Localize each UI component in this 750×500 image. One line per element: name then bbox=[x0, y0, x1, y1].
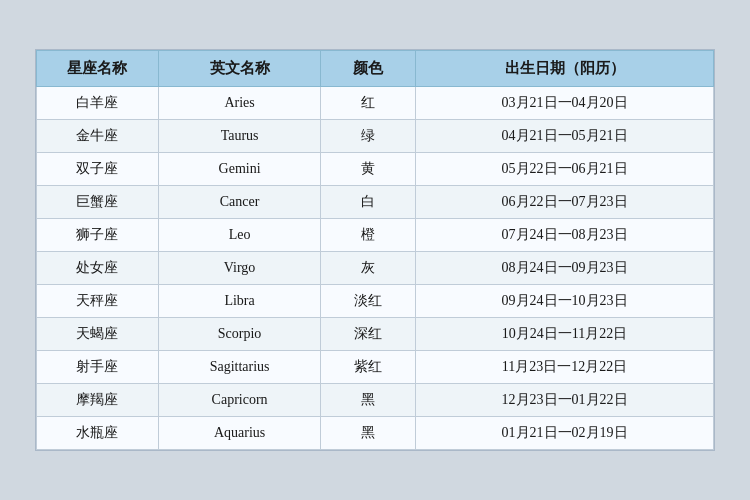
cell-english-6: Libra bbox=[158, 285, 320, 318]
header-english: 英文名称 bbox=[158, 51, 320, 87]
cell-date-1: 04月21日一05月21日 bbox=[416, 120, 714, 153]
cell-color-6: 淡红 bbox=[321, 285, 416, 318]
table-row: 射手座Sagittarius紫红11月23日一12月22日 bbox=[37, 351, 714, 384]
cell-color-1: 绿 bbox=[321, 120, 416, 153]
cell-english-5: Virgo bbox=[158, 252, 320, 285]
cell-date-7: 10月24日一11月22日 bbox=[416, 318, 714, 351]
cell-english-2: Gemini bbox=[158, 153, 320, 186]
cell-chinese-10: 水瓶座 bbox=[37, 417, 159, 450]
cell-color-8: 紫红 bbox=[321, 351, 416, 384]
cell-english-10: Aquarius bbox=[158, 417, 320, 450]
cell-date-5: 08月24日一09月23日 bbox=[416, 252, 714, 285]
cell-date-6: 09月24日一10月23日 bbox=[416, 285, 714, 318]
cell-date-8: 11月23日一12月22日 bbox=[416, 351, 714, 384]
cell-color-0: 红 bbox=[321, 87, 416, 120]
cell-chinese-8: 射手座 bbox=[37, 351, 159, 384]
cell-color-2: 黄 bbox=[321, 153, 416, 186]
cell-english-4: Leo bbox=[158, 219, 320, 252]
cell-english-8: Sagittarius bbox=[158, 351, 320, 384]
table-row: 狮子座Leo橙07月24日一08月23日 bbox=[37, 219, 714, 252]
cell-chinese-6: 天秤座 bbox=[37, 285, 159, 318]
cell-color-7: 深红 bbox=[321, 318, 416, 351]
cell-english-0: Aries bbox=[158, 87, 320, 120]
table-row: 金牛座Taurus绿04月21日一05月21日 bbox=[37, 120, 714, 153]
table-row: 摩羯座Capricorn黑12月23日一01月22日 bbox=[37, 384, 714, 417]
cell-color-3: 白 bbox=[321, 186, 416, 219]
cell-english-1: Taurus bbox=[158, 120, 320, 153]
table-row: 白羊座Aries红03月21日一04月20日 bbox=[37, 87, 714, 120]
cell-date-0: 03月21日一04月20日 bbox=[416, 87, 714, 120]
cell-chinese-5: 处女座 bbox=[37, 252, 159, 285]
cell-english-9: Capricorn bbox=[158, 384, 320, 417]
table-row: 水瓶座Aquarius黑01月21日一02月19日 bbox=[37, 417, 714, 450]
cell-chinese-1: 金牛座 bbox=[37, 120, 159, 153]
header-chinese: 星座名称 bbox=[37, 51, 159, 87]
table-row: 巨蟹座Cancer白06月22日一07月23日 bbox=[37, 186, 714, 219]
cell-chinese-4: 狮子座 bbox=[37, 219, 159, 252]
zodiac-table: 星座名称 英文名称 颜色 出生日期（阳历） 白羊座Aries红03月21日一04… bbox=[36, 50, 714, 450]
header-date: 出生日期（阳历） bbox=[416, 51, 714, 87]
cell-chinese-2: 双子座 bbox=[37, 153, 159, 186]
cell-color-4: 橙 bbox=[321, 219, 416, 252]
cell-date-2: 05月22日一06月21日 bbox=[416, 153, 714, 186]
cell-date-10: 01月21日一02月19日 bbox=[416, 417, 714, 450]
table-row: 双子座Gemini黄05月22日一06月21日 bbox=[37, 153, 714, 186]
header-color: 颜色 bbox=[321, 51, 416, 87]
cell-color-9: 黑 bbox=[321, 384, 416, 417]
cell-chinese-9: 摩羯座 bbox=[37, 384, 159, 417]
table-header-row: 星座名称 英文名称 颜色 出生日期（阳历） bbox=[37, 51, 714, 87]
cell-chinese-3: 巨蟹座 bbox=[37, 186, 159, 219]
cell-date-3: 06月22日一07月23日 bbox=[416, 186, 714, 219]
cell-color-5: 灰 bbox=[321, 252, 416, 285]
cell-english-3: Cancer bbox=[158, 186, 320, 219]
cell-english-7: Scorpio bbox=[158, 318, 320, 351]
cell-date-9: 12月23日一01月22日 bbox=[416, 384, 714, 417]
table-row: 天秤座Libra淡红09月24日一10月23日 bbox=[37, 285, 714, 318]
zodiac-table-container: 星座名称 英文名称 颜色 出生日期（阳历） 白羊座Aries红03月21日一04… bbox=[35, 49, 715, 451]
cell-date-4: 07月24日一08月23日 bbox=[416, 219, 714, 252]
cell-chinese-0: 白羊座 bbox=[37, 87, 159, 120]
cell-color-10: 黑 bbox=[321, 417, 416, 450]
table-row: 处女座Virgo灰08月24日一09月23日 bbox=[37, 252, 714, 285]
table-row: 天蝎座Scorpio深红10月24日一11月22日 bbox=[37, 318, 714, 351]
cell-chinese-7: 天蝎座 bbox=[37, 318, 159, 351]
